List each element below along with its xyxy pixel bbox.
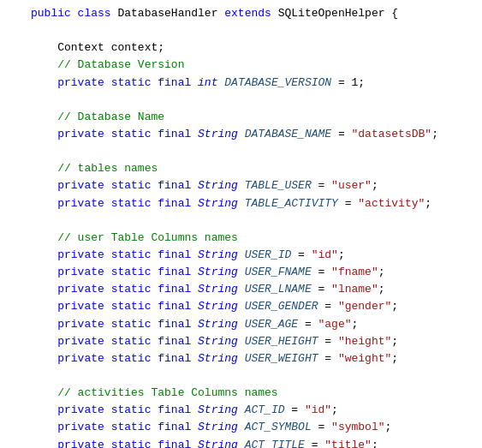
code-line-14: // user Table Columns names bbox=[0, 230, 482, 247]
code-content-22 bbox=[24, 367, 482, 385]
token: USER_WEIGHT bbox=[245, 352, 318, 365]
token: static bbox=[111, 403, 158, 416]
code-content-19: private static final String USER_AGE = "… bbox=[24, 316, 482, 333]
code-content-14: // user Table Columns names bbox=[24, 230, 482, 247]
token: private bbox=[57, 403, 110, 416]
token: private bbox=[57, 318, 110, 331]
token: final bbox=[158, 179, 198, 192]
token: DATABASE_VERSION bbox=[224, 76, 331, 89]
token: "weight" bbox=[338, 352, 391, 365]
token: = bbox=[331, 128, 351, 140]
token: String bbox=[198, 318, 245, 331]
token: static bbox=[111, 197, 158, 210]
token: private bbox=[57, 439, 110, 448]
token: "title" bbox=[324, 439, 372, 448]
token: = bbox=[305, 439, 324, 448]
code-content-18: private static final String USER_GENDER … bbox=[24, 298, 482, 315]
token: "id" bbox=[312, 248, 338, 261]
token: String bbox=[198, 352, 245, 365]
token: = bbox=[312, 283, 331, 296]
code-line-6 bbox=[0, 92, 482, 109]
token: "lname" bbox=[331, 283, 378, 296]
code-content-17: private static final String USER_LNAME =… bbox=[24, 281, 482, 298]
token: ; bbox=[372, 179, 378, 192]
token: int bbox=[198, 76, 224, 89]
token: TABLE_ACTIVITY bbox=[245, 197, 338, 210]
token: ; bbox=[338, 248, 345, 261]
token: String bbox=[198, 283, 245, 296]
token: "height" bbox=[338, 335, 391, 348]
code-line-3: Context context; bbox=[0, 39, 482, 57]
token: // user Table Columns names bbox=[57, 231, 238, 244]
token: USER_ID bbox=[245, 248, 292, 261]
token: final bbox=[158, 283, 198, 296]
token: static bbox=[111, 318, 158, 331]
token: ACT_ID bbox=[245, 403, 285, 416]
code-line-20: private static final String USER_HEIGHT … bbox=[0, 333, 482, 350]
token: "user" bbox=[331, 179, 372, 192]
token: final bbox=[158, 318, 198, 331]
token: String bbox=[198, 335, 245, 348]
code-content-4: // Database Version bbox=[24, 57, 482, 74]
token: static bbox=[111, 335, 158, 348]
token: private bbox=[57, 335, 110, 348]
token: static bbox=[111, 421, 158, 433]
code-content-15: private static final String USER_ID = "i… bbox=[24, 247, 482, 264]
code-editor: public class DatabaseHandler extends SQL… bbox=[0, 0, 482, 448]
token: static bbox=[111, 283, 158, 296]
token: static bbox=[111, 300, 158, 313]
token: private bbox=[57, 266, 110, 278]
token: final bbox=[158, 439, 198, 448]
token: USER_HEIGHT bbox=[245, 335, 318, 348]
token: String bbox=[198, 179, 245, 192]
token: private bbox=[57, 283, 110, 296]
code-content-11: private static final String TABLE_USER =… bbox=[24, 177, 482, 194]
code-line-13 bbox=[0, 212, 482, 230]
token: "datasetsDB" bbox=[352, 128, 432, 140]
token: extends bbox=[224, 7, 277, 20]
token: final bbox=[158, 421, 198, 433]
code-content-6 bbox=[24, 92, 482, 109]
code-line-2 bbox=[0, 22, 482, 39]
code-line-22 bbox=[0, 367, 482, 385]
code-content-16: private static final String USER_FNAME =… bbox=[24, 264, 482, 281]
code-line-15: private static final String USER_ID = "i… bbox=[0, 247, 482, 264]
token: = bbox=[312, 179, 331, 192]
token: final bbox=[158, 128, 198, 140]
token: // Database Name bbox=[57, 111, 164, 123]
token: private bbox=[57, 352, 110, 365]
token: static bbox=[111, 352, 158, 365]
token: final bbox=[158, 266, 198, 278]
token: "activity" bbox=[358, 197, 425, 210]
token: = bbox=[318, 335, 338, 348]
token: private bbox=[57, 197, 110, 210]
token: private bbox=[57, 421, 110, 433]
code-line-25: private static final String ACT_SYMBOL =… bbox=[0, 419, 482, 436]
code-line-11: private static final String TABLE_USER =… bbox=[0, 177, 482, 194]
token: context; bbox=[104, 41, 164, 54]
code-line-12: private static final String TABLE_ACTIVI… bbox=[0, 195, 482, 212]
token: USER_FNAME bbox=[245, 266, 312, 278]
code-line-9 bbox=[0, 143, 482, 160]
token: final bbox=[158, 403, 198, 416]
token: final bbox=[158, 76, 198, 89]
code-content-8: private static final String DATABASE_NAM… bbox=[24, 126, 482, 143]
token: ACT_TITLE bbox=[245, 439, 305, 448]
token: Context bbox=[57, 41, 104, 54]
token: ; bbox=[425, 197, 431, 210]
token: // Database Version bbox=[57, 58, 184, 71]
token: ; bbox=[331, 403, 338, 416]
code-content-23: // activities Table Columns names bbox=[24, 385, 482, 402]
token: ; bbox=[352, 318, 359, 331]
token: // tables names bbox=[57, 162, 158, 175]
token: final bbox=[158, 197, 198, 210]
token: private bbox=[57, 128, 110, 140]
token: = bbox=[291, 248, 311, 261]
token: ; bbox=[391, 300, 398, 313]
token: private bbox=[57, 179, 110, 192]
token: = bbox=[312, 266, 331, 278]
token: static bbox=[111, 76, 158, 89]
code-line-18: private static final String USER_GENDER … bbox=[0, 298, 482, 315]
token: DATABASE_NAME bbox=[245, 128, 331, 140]
token: // activities Table Columns names bbox=[57, 386, 277, 399]
